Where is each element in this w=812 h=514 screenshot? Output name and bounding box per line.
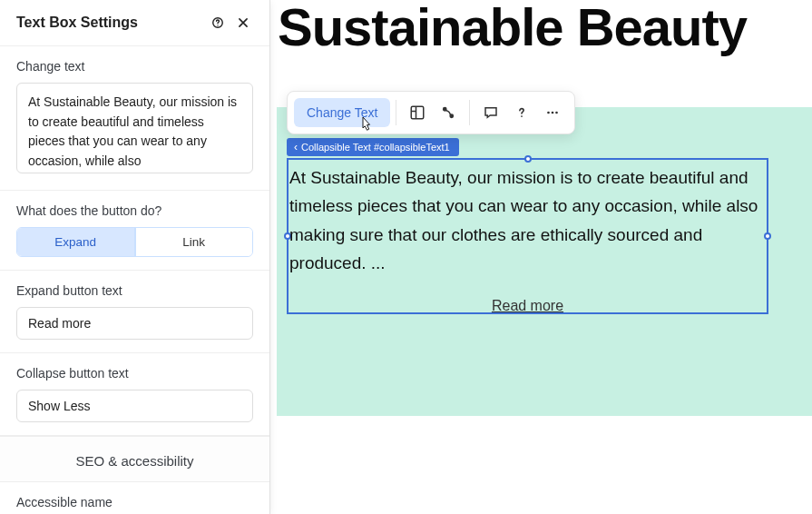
comment-icon[interactable]: [475, 97, 506, 128]
element-toolbar: Change Text: [287, 91, 575, 134]
collapsible-text-content[interactable]: At Sustainable Beauty, our mission is to…: [289, 163, 766, 277]
svg-rect-2: [412, 106, 425, 119]
toolbar-divider: [469, 100, 470, 125]
link-option[interactable]: Link: [135, 228, 253, 256]
button-action-segmented: Expand Link: [16, 227, 253, 257]
help-icon[interactable]: [506, 97, 537, 128]
settings-panel: Text Box Settings Change text What does …: [0, 0, 270, 514]
editor-canvas[interactable]: Sustainable Beauty Change Text Collapsib…: [270, 0, 812, 514]
panel-header: Text Box Settings: [0, 0, 269, 46]
svg-point-1: [217, 25, 218, 25]
panel-title: Text Box Settings: [16, 15, 202, 31]
svg-point-4: [450, 114, 453, 117]
svg-point-6: [548, 112, 551, 114]
change-text-section: Change text: [0, 46, 269, 191]
element-badge[interactable]: Collapsible Text #collapsibleText1: [287, 138, 459, 156]
element-badge-label: Collapsible Text #collapsibleText1: [301, 142, 450, 153]
close-icon[interactable]: [233, 13, 253, 33]
resize-handle-top[interactable]: [524, 155, 532, 163]
page-title: Sustainable Beauty: [278, 0, 747, 57]
toolbar-divider: [396, 100, 396, 125]
svg-point-5: [521, 115, 523, 117]
collapse-text-label: Collapse button text: [16, 366, 253, 381]
svg-point-7: [552, 112, 554, 114]
accessible-name-section: Accessible name: [0, 482, 269, 514]
animation-icon[interactable]: [433, 97, 464, 128]
panel-body: Change text What does the button do? Exp…: [0, 46, 269, 514]
help-icon[interactable]: [208, 13, 228, 33]
change-text-input[interactable]: [16, 83, 253, 173]
seo-section-header[interactable]: SEO & accessibility: [0, 436, 269, 482]
expand-option[interactable]: Expand: [17, 228, 135, 256]
change-text-label: Change text: [16, 59, 253, 74]
svg-point-3: [444, 108, 446, 111]
svg-point-8: [556, 112, 559, 114]
collapse-text-section: Collapse button text: [0, 353, 269, 436]
button-action-label: What does the button do?: [16, 203, 253, 218]
expand-text-label: Expand button text: [16, 283, 253, 298]
more-icon[interactable]: [537, 97, 568, 128]
change-text-button[interactable]: Change Text: [294, 98, 390, 127]
read-more-link[interactable]: Read more: [287, 298, 768, 314]
layout-icon[interactable]: [402, 97, 433, 128]
accessible-name-label: Accessible name: [16, 495, 253, 509]
collapse-text-input[interactable]: [16, 390, 253, 422]
button-action-section: What does the button do? Expand Link: [0, 191, 269, 271]
expand-text-section: Expand button text: [0, 271, 269, 353]
expand-text-input[interactable]: [16, 307, 253, 340]
